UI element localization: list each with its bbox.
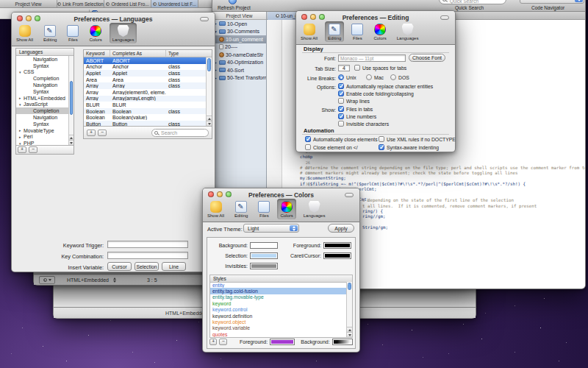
table-row[interactable]: Array Array(element0, eleme... bbox=[84, 89, 206, 96]
table-row[interactable]: Array Array class bbox=[84, 82, 206, 89]
language-list-item[interactable]: ▸ HTML+Embedded bbox=[16, 95, 68, 102]
table-row[interactable]: Area Area class bbox=[84, 77, 206, 83]
font-field[interactable] bbox=[338, 54, 406, 62]
code-navigator-popup[interactable] bbox=[520, 0, 584, 4]
tree-item[interactable]: 30-nameDateStr bbox=[212, 51, 266, 59]
stepper-icon[interactable] bbox=[113, 277, 116, 283]
keyword-trigger-input[interactable] bbox=[107, 241, 188, 248]
show-files-in-tabs[interactable]: Files in tabs bbox=[338, 106, 373, 112]
toolbar-item[interactable]: Editing bbox=[232, 199, 251, 219]
invisibles-color-well[interactable] bbox=[250, 263, 278, 269]
tab-size-input[interactable] bbox=[338, 65, 350, 71]
zoom-button[interactable] bbox=[226, 191, 232, 197]
caret-color-well[interactable] bbox=[323, 252, 351, 259]
zoom-button[interactable] bbox=[35, 15, 40, 21]
scrollbar-thumb[interactable] bbox=[70, 81, 73, 115]
language-list-item[interactable]: Completion bbox=[16, 107, 68, 114]
toolbar-item[interactable]: Languages bbox=[301, 199, 329, 219]
quick-search-input[interactable]: Quick Search bbox=[439, 0, 506, 4]
language-list-item[interactable]: Syntax bbox=[16, 63, 68, 69]
show-line-numbers[interactable]: Line numbers bbox=[338, 113, 376, 119]
language-list-item[interactable]: Navigation bbox=[16, 56, 68, 63]
table-row[interactable]: Button Button class bbox=[84, 121, 206, 126]
toolbar-item[interactable]: Colors bbox=[277, 199, 295, 219]
tree-item[interactable]: ▸ 50-Text Transform bbox=[212, 74, 266, 82]
active-theme-popup[interactable]: Light bbox=[243, 224, 299, 233]
radio-unix[interactable]: Unix bbox=[338, 74, 356, 80]
title-bar[interactable]: Preferences — Editing Show All Editin bbox=[296, 11, 455, 45]
style-item[interactable]: entity.tag.movable-type bbox=[210, 294, 346, 300]
scroll-up-arrow[interactable] bbox=[69, 135, 74, 140]
editor-tab[interactable]: Ordered List Fro... bbox=[104, 0, 151, 7]
toolbar-item[interactable]: Files bbox=[255, 199, 273, 219]
toolbar-item[interactable]: Languages bbox=[110, 23, 137, 43]
toolbar-item[interactable]: Editing bbox=[325, 21, 344, 42]
scrollbar[interactable] bbox=[68, 56, 74, 145]
style-item[interactable]: keyword bbox=[210, 300, 346, 306]
project-view-column-header[interactable]: Project View bbox=[212, 12, 266, 20]
zoom-button[interactable] bbox=[319, 14, 325, 20]
action-gear-button[interactable] bbox=[39, 276, 55, 284]
refresh-project-icon[interactable] bbox=[229, 0, 237, 4]
style-item[interactable]: entity.tag.cold-fusion bbox=[210, 288, 346, 294]
language-list-item[interactable]: ▾ CSS bbox=[16, 69, 68, 76]
column-header-keyword[interactable]: Keyword bbox=[84, 50, 110, 57]
style-item[interactable]: keyword.variable bbox=[210, 325, 346, 331]
choose-font-button[interactable]: Choose Font bbox=[409, 54, 445, 62]
editor-tab[interactable]: Unordered List F... bbox=[151, 0, 198, 7]
title-bar[interactable]: Preferences — Languages Show All Edit bbox=[12, 13, 215, 46]
style-item[interactable]: entity bbox=[210, 282, 346, 288]
language-mode-popup[interactable]: HTML+Embedded bbox=[67, 277, 109, 283]
language-mode-popup[interactable]: HTML+Embedded bbox=[165, 311, 207, 316]
remove-language-button[interactable]: − bbox=[29, 146, 37, 153]
scroll-down-arrow[interactable] bbox=[347, 332, 352, 337]
table-row[interactable]: Boolean Boolean(value) bbox=[84, 114, 206, 121]
scroll-up-arrow[interactable] bbox=[207, 116, 212, 121]
table-row[interactable]: Array Array(arrayLength) bbox=[84, 96, 206, 102]
add-style-button[interactable]: + bbox=[209, 339, 217, 345]
toolbar-toggle-button[interactable] bbox=[440, 15, 449, 20]
toolbar-item[interactable]: Colors bbox=[370, 21, 389, 42]
language-list-item[interactable]: Navigation bbox=[16, 82, 68, 88]
remove-style-button[interactable]: − bbox=[219, 339, 226, 345]
toolbar-item[interactable]: Show All bbox=[298, 21, 320, 42]
minimize-button[interactable] bbox=[310, 14, 316, 20]
style-item[interactable]: keyword.object bbox=[210, 319, 346, 325]
table-row[interactable]: Boolean Boolean class bbox=[84, 108, 206, 115]
refresh-project-label[interactable]: Refresh Project bbox=[218, 5, 251, 10]
scroll-down-arrow[interactable] bbox=[69, 140, 74, 145]
minimize-button[interactable] bbox=[26, 15, 32, 21]
style-background-well[interactable] bbox=[332, 339, 353, 345]
insert-variable-button[interactable]: Selection bbox=[135, 262, 159, 271]
option-replace-entities[interactable]: Automatically replace character entities bbox=[338, 83, 433, 89]
language-list-item[interactable]: ▸ MovableType bbox=[16, 127, 68, 134]
auto-close-elements[interactable]: Automatically close elements bbox=[305, 136, 378, 142]
add-language-button[interactable]: + bbox=[18, 146, 26, 153]
scrollbar-thumb[interactable] bbox=[207, 58, 211, 71]
language-list-item[interactable]: ▾ JavaScript bbox=[16, 102, 68, 108]
key-combination-input[interactable] bbox=[107, 252, 188, 259]
syntax-aware-indenting[interactable]: Syntax-aware indenting bbox=[379, 144, 439, 150]
scrollbar[interactable] bbox=[206, 57, 212, 126]
style-foreground-well[interactable] bbox=[270, 339, 295, 345]
toolbar-item[interactable]: Show All bbox=[204, 199, 227, 219]
scrollbar-thumb[interactable] bbox=[348, 283, 351, 290]
insert-variable-button[interactable]: Line bbox=[162, 262, 186, 271]
close-button[interactable] bbox=[17, 15, 23, 21]
toolbar-toggle-button[interactable] bbox=[200, 17, 209, 21]
show-invisible-characters[interactable]: Invisible characters bbox=[338, 121, 389, 127]
column-header-completes-as[interactable]: Completes As bbox=[110, 50, 166, 57]
language-list-item[interactable]: Syntax bbox=[16, 121, 68, 127]
tree-item[interactable]: ▸ 40-Optimization bbox=[212, 59, 266, 67]
close-element-on[interactable]: Close element on </ bbox=[305, 144, 358, 150]
toolbar-item[interactable]: Colors bbox=[86, 23, 104, 43]
language-list-item[interactable]: Completion bbox=[16, 75, 68, 82]
apply-button[interactable]: Apply bbox=[328, 224, 354, 233]
search-field[interactable]: Search bbox=[151, 129, 209, 137]
table-row[interactable]: BLUR BLUR bbox=[84, 102, 206, 108]
remove-completion-button[interactable]: − bbox=[98, 130, 107, 136]
toolbar-item[interactable]: Show All bbox=[13, 23, 36, 43]
language-list-item[interactable]: ▸ Perl bbox=[16, 134, 68, 141]
toolbar-item[interactable]: Languages bbox=[394, 21, 422, 42]
option-code-folding[interactable]: Enable code folding/collapsing bbox=[338, 91, 414, 96]
